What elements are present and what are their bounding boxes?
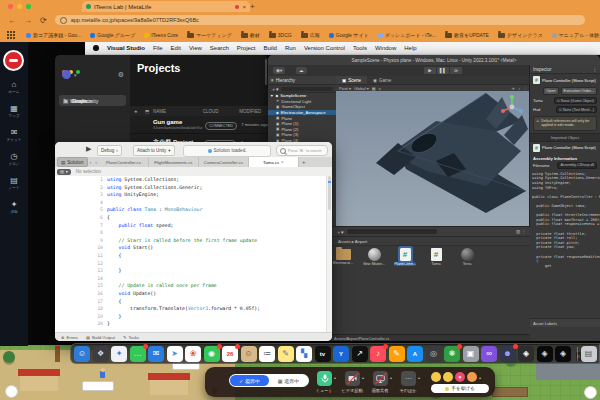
window-zoom-button[interactable] xyxy=(26,4,31,9)
sidebar-item-チャット[interactable]: ✉チャット xyxy=(0,128,28,142)
window-minimize-button[interactable] xyxy=(17,4,22,9)
hierarchy-header[interactable]: ≡Hierarchy xyxy=(268,76,336,85)
dock-trash[interactable]: ▤ xyxy=(581,346,597,362)
mic-expand-icon[interactable]: ▴ xyxy=(334,375,336,380)
tab-close-icon[interactable]: × xyxy=(242,4,246,10)
bookmark-item[interactable]: ダッシュボード・iTe... xyxy=(378,32,436,38)
configuration-dropdown[interactable]: Debug › xyxy=(97,145,122,156)
menu-item[interactable]: File xyxy=(153,45,163,51)
bookmark-item[interactable]: デザインクラス xyxy=(498,32,543,38)
attach-to-unity-dropdown[interactable]: Attach to Unity ▾ xyxy=(133,145,175,156)
map-corner-button[interactable] xyxy=(584,386,597,399)
editor-tab[interactable]: CameraController.cs xyxy=(199,157,249,167)
sidebar-item-ノート[interactable]: ▤ノート xyxy=(0,176,28,190)
grid-column-icon[interactable]: ⬒ xyxy=(142,109,154,114)
gear-icon[interactable]: ⚙ xyxy=(118,71,124,79)
menu-item[interactable]: Version Control xyxy=(304,45,345,51)
statusbar-build-output[interactable]: ▤Build Output xyxy=(86,335,115,340)
add-object-button[interactable]: ＋▾ xyxy=(271,86,279,92)
star-column-icon[interactable]: ★ xyxy=(130,109,142,114)
project-row[interactable]: Gun game/Users/tamizumi/ikedalab/Gun ...… xyxy=(130,116,268,134)
dock-discord[interactable]: ☻ xyxy=(500,346,516,362)
scene-orientation-gizmo[interactable] xyxy=(500,95,524,119)
dock-garageband[interactable]: ◎ xyxy=(426,346,442,362)
dock-finder[interactable]: ☺ xyxy=(74,346,90,362)
menu-item[interactable]: Build xyxy=(264,45,277,51)
dock-mail[interactable]: ✉ xyxy=(148,346,164,362)
dock-unity-project-a[interactable]: ◈ xyxy=(537,346,553,362)
bookmark-item[interactable]: Google サイト xyxy=(329,32,369,38)
code-editor[interactable]: 1234567891011121314151617181920 using Sy… xyxy=(55,176,327,333)
iteens-lab-logo[interactable] xyxy=(3,50,24,71)
hierarchy-search-input[interactable] xyxy=(281,87,333,91)
dock-music[interactable]: ♪ xyxy=(370,346,386,362)
more-expand-icon[interactable]: ▴ xyxy=(418,375,420,380)
window-close-button[interactable] xyxy=(8,4,13,9)
solution-pad-button[interactable]: ▤Solution xyxy=(57,157,88,167)
dock-facetime[interactable]: ◉ xyxy=(204,346,220,362)
hub-nav-community[interactable]: ⌂Community xyxy=(59,95,126,106)
bookmark-item[interactable]: 教育をUPDATE xyxy=(445,32,489,38)
bookmark-item[interactable]: マニュアル・体験会 xyxy=(552,32,600,38)
menu-item[interactable]: View xyxy=(189,45,202,51)
dock-launchpad[interactable]: ❖ xyxy=(93,346,109,362)
tab-scroll-left-icon[interactable]: ‹ xyxy=(90,159,92,165)
inspector-field-hud[interactable]: Hud⊙ None (Text Mesh...) xyxy=(530,105,600,114)
reaction-emoji[interactable] xyxy=(431,372,441,382)
dock-roblox[interactable]: ▣ xyxy=(463,346,479,362)
code-text[interactable]: using System.Collections;using System.Co… xyxy=(107,176,327,333)
dock-reminders[interactable]: ≔ xyxy=(259,346,275,362)
editor-tab[interactable]: PlaneController.cs xyxy=(99,157,149,167)
camera-expand-icon[interactable]: ▴ xyxy=(362,375,364,380)
cloud-button[interactable]: ☁ xyxy=(296,67,307,74)
screen-button[interactable] xyxy=(373,371,388,386)
sidebar-item-ホーム[interactable]: ⌂ホーム xyxy=(0,80,28,94)
inspector-field-tama[interactable]: Tama⊙ None (Game Object) xyxy=(530,96,600,105)
editor-scrollbar[interactable] xyxy=(326,176,332,333)
dock-messages[interactable]: … xyxy=(130,346,146,362)
dock-notes[interactable]: ✎ xyxy=(278,346,294,362)
editor-search-input[interactable]: Press '⌘.' to search xyxy=(276,145,328,156)
dock-visual-studio[interactable]: ∞ xyxy=(481,346,497,362)
screen-expand-icon[interactable]: ▴ xyxy=(390,375,392,380)
menu-item[interactable]: Window xyxy=(375,45,396,51)
reaction-emoji[interactable] xyxy=(443,372,453,382)
add-asset-button[interactable]: ＋▾ xyxy=(336,229,344,235)
menu-item[interactable]: Search xyxy=(210,45,229,51)
statusbar-errors[interactable]: ⊗Errors xyxy=(61,335,78,340)
bookmark-item[interactable]: マーケティング xyxy=(187,32,232,38)
site-info-icon[interactable] xyxy=(60,17,67,24)
status-seated[interactable]: ✓着席中 xyxy=(230,375,269,386)
dock-metalife[interactable]: ❋ xyxy=(444,346,460,362)
dock-apple-tv[interactable]: tv xyxy=(315,346,331,362)
play-button[interactable]: ▶ xyxy=(424,67,437,74)
map-corner-button[interactable] xyxy=(5,385,18,398)
status-toggle[interactable]: ✓着席中 ▦退席中 xyxy=(229,374,309,387)
dock-contacts[interactable]: ☺ xyxy=(241,346,257,362)
asset-material-dark[interactable]: Terra xyxy=(456,247,478,266)
apple-menu-icon[interactable] xyxy=(93,45,99,51)
tab-scroll-right-icon[interactable]: › xyxy=(95,159,97,165)
hub-account-menu[interactable]: ▾ xyxy=(62,70,77,79)
statusbar-tasks[interactable]: ✎Tasks xyxy=(123,335,139,340)
status-away[interactable]: ▦退席中 xyxy=(269,375,308,386)
menu-item[interactable]: Tools xyxy=(353,45,367,51)
dock-safari[interactable]: ✦ xyxy=(111,346,127,362)
more-button[interactable]: ⋯ xyxy=(401,371,416,386)
reactions-expand-icon[interactable]: ▴ xyxy=(479,375,481,380)
new-tab-button[interactable]: + xyxy=(250,2,255,11)
execution-button[interactable]: Execution Order... xyxy=(561,87,597,95)
menu-item[interactable]: Run xyxy=(285,45,296,51)
pause-button[interactable]: ▌▌ xyxy=(437,67,450,74)
forward-icon[interactable]: → xyxy=(24,16,32,25)
asset-script[interactable]: #PlaneContr... xyxy=(394,247,416,266)
step-button[interactable]: ≫ xyxy=(450,67,463,74)
bookmark-item[interactable]: 広報 xyxy=(301,32,320,38)
project-hidden-icons[interactable]: ▥ ⋮ xyxy=(516,229,526,234)
mic-button[interactable] xyxy=(317,371,332,386)
scene-viewport[interactable] xyxy=(336,91,530,226)
menu-item[interactable]: Project xyxy=(237,45,256,51)
sidebar-item-設定[interactable]: ✦設定 xyxy=(0,200,28,214)
new-tab-icon[interactable]: + xyxy=(302,159,306,165)
dock-pages[interactable]: ✎ xyxy=(389,346,405,362)
